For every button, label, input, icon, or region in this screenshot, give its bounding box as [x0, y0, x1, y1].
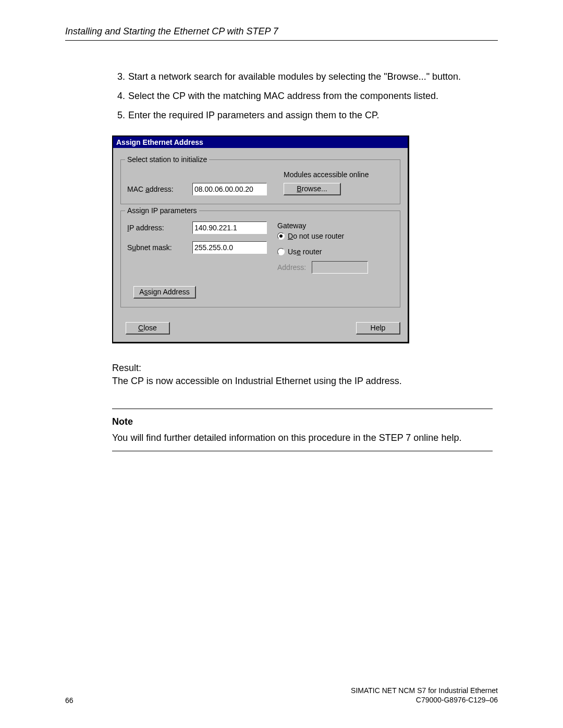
- mac-address-label: MAC address:: [127, 185, 192, 193]
- step-5: 5. Enter the required IP parameters and …: [112, 109, 493, 122]
- group-legend: Assign IP parameters: [125, 206, 199, 215]
- page-number: 66: [65, 696, 74, 705]
- step-text: Start a network search for available mod…: [128, 70, 493, 83]
- ip-wrap: IP address: Subnet mask: Gateway Do not …: [127, 221, 394, 274]
- page-header: Installing and Starting the Ethernet CP …: [65, 26, 498, 41]
- note-title: Note: [112, 415, 493, 428]
- footer-line1: SIMATIC NET NCM S7 for Industrial Ethern…: [351, 686, 498, 695]
- dialog-footer: Close Help: [113, 315, 408, 342]
- note-block: Note You will find further detailed info…: [112, 409, 493, 451]
- radio-icon: [277, 248, 285, 255]
- radio-label: Use router: [288, 248, 322, 256]
- footer-right: SIMATIC NET NCM S7 for Industrial Ethern…: [351, 686, 498, 705]
- radio-use-router[interactable]: Use router: [277, 248, 394, 256]
- mac-row: MAC address: Browse...: [127, 183, 394, 195]
- subnet-row: Subnet mask:: [127, 241, 267, 254]
- footer-line2: C79000-G8976-C129–06: [351, 695, 498, 705]
- dialog-body: Select station to initialize Modules acc…: [113, 148, 408, 315]
- result-heading: Result:: [112, 362, 493, 375]
- router-address-row: Address:: [277, 261, 394, 274]
- page-footer: 66 SIMATIC NET NCM S7 for Industrial Eth…: [65, 686, 498, 705]
- page-header-title: Installing and Starting the Ethernet CP …: [65, 26, 278, 36]
- ip-address-label: IP address:: [127, 224, 192, 232]
- group-legend: Select station to initialize: [125, 155, 209, 164]
- gateway-column: Gateway Do not use router Use router Add…: [277, 221, 394, 274]
- result-text: The CP is now accessible on Industrial E…: [112, 375, 493, 388]
- dialog-title: Assign Ethernet Address: [116, 138, 203, 146]
- result-block: Result: The CP is now accessible on Indu…: [112, 362, 493, 388]
- assign-ethernet-address-dialog: Assign Ethernet Address Select station t…: [112, 135, 409, 343]
- step-3: 3. Start a network search for available …: [112, 70, 493, 83]
- ip-row: IP address:: [127, 221, 267, 234]
- step-text: Enter the required IP parameters and ass…: [128, 109, 493, 122]
- ip-left-column: IP address: Subnet mask:: [127, 221, 267, 274]
- step-num: 3.: [112, 70, 125, 83]
- radio-label: Do not use router: [288, 232, 344, 240]
- ip-address-input[interactable]: [192, 221, 267, 234]
- note-text: You will find further detailed informati…: [112, 433, 461, 443]
- radio-no-router[interactable]: Do not use router: [277, 232, 394, 240]
- help-button[interactable]: Help: [356, 322, 400, 335]
- content-area: 3. Start a network search for available …: [112, 70, 493, 451]
- group-assign-ip: Assign IP parameters IP address: Subnet …: [120, 211, 400, 307]
- close-button[interactable]: Close: [126, 322, 170, 335]
- modules-online-label: Modules accessible online: [284, 170, 394, 179]
- router-address-label: Address:: [277, 263, 309, 272]
- group-select-station: Select station to initialize Modules acc…: [120, 159, 400, 204]
- browse-button[interactable]: Browse...: [284, 183, 341, 195]
- step-4: 4. Select the CP with the matching MAC a…: [112, 90, 493, 103]
- router-address-input: [312, 261, 368, 274]
- dialog-titlebar: Assign Ethernet Address: [113, 137, 408, 148]
- radio-icon: [277, 232, 285, 240]
- step-num: 4.: [112, 90, 125, 103]
- step-text: Select the CP with the matching MAC addr…: [128, 90, 493, 103]
- step-num: 5.: [112, 109, 125, 122]
- subnet-mask-label: Subnet mask:: [127, 243, 192, 252]
- subnet-mask-input[interactable]: [192, 241, 267, 254]
- assign-address-button[interactable]: Assign Address: [133, 286, 196, 299]
- mac-address-input[interactable]: [192, 183, 267, 195]
- gateway-label: Gateway: [277, 221, 394, 230]
- radio-dot-icon: [279, 235, 283, 238]
